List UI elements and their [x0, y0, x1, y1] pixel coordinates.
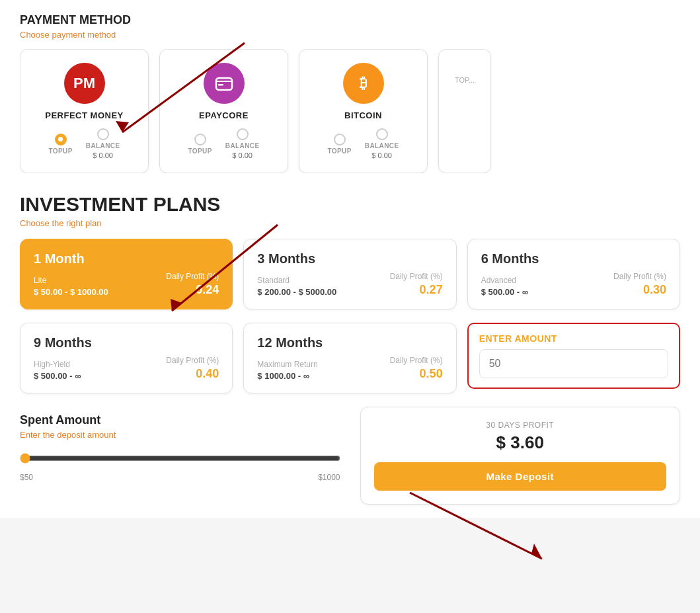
perfectmoney-options: TOPUP BALANCE $ 0.00 — [49, 128, 120, 159]
plan-name-9months: 9 Months — [34, 335, 219, 350]
plan-type-1month: Lite — [34, 276, 108, 285]
plans-grid-row1: 1 Month Lite $ 50.00 - $ 1000.00 Daily P… — [20, 239, 680, 309]
svg-rect-0 — [216, 78, 232, 90]
balance-label-pm: BALANCE — [86, 142, 120, 149]
epaycore-icon — [204, 63, 245, 104]
topup-radio-pm[interactable] — [55, 134, 67, 145]
plan-card-12months[interactable]: 12 Months Maximum Return $ 1000.00 - ∞ D… — [243, 323, 456, 393]
profit-value-6months: 0.30 — [613, 283, 666, 297]
balance-option-pm[interactable]: BALANCE $ 0.00 — [86, 128, 120, 159]
plan-range-6months: $ 500.00 - ∞ — [481, 287, 528, 297]
balance-label-ep: BALANCE — [225, 142, 260, 149]
balance-label-btc: BALANCE — [365, 142, 399, 149]
plan-profit-6months: Daily Profit (%) 0.30 — [613, 272, 666, 297]
profit-label-6months: Daily Profit (%) — [613, 272, 666, 281]
profit-label-12months: Daily Profit (%) — [390, 356, 443, 365]
bitcoin-options: TOPUP BALANCE $ 0.00 — [328, 128, 399, 159]
plan-range-3months: $ 200.00 - $ 5000.00 — [257, 287, 336, 297]
plan-profit-1month: Daily Profit (%) 0.24 — [166, 272, 219, 297]
bottom-section: Spent Amount Enter the deposit amount $5… — [20, 407, 680, 505]
perfectmoney-name: PERFECT MONEY — [45, 110, 123, 120]
payment-method-section: PAYMENT METHOD Choose payment method PM … — [20, 13, 680, 173]
balance-radio-ep[interactable] — [237, 128, 249, 140]
topup-radio-btc[interactable] — [334, 134, 346, 145]
plan-name-12months: 12 Months — [257, 335, 442, 350]
topup-radio-ep[interactable] — [194, 134, 206, 145]
plan-type-9months: High-Yield — [34, 360, 81, 369]
plan-profit-3months: Daily Profit (%) 0.27 — [390, 272, 443, 297]
investment-section: INVESTMENT PLANS Choose the right plan 1… — [20, 193, 680, 505]
plan-meta-12months: Maximum Return $ 1000.00 - ∞ Daily Profi… — [257, 356, 442, 381]
plan-meta-1month: Lite $ 50.00 - $ 1000.00 Daily Profit (%… — [34, 272, 219, 297]
perfectmoney-icon: PM — [64, 63, 105, 104]
epaycore-name: EPAYCORE — [199, 110, 249, 120]
topup-option-pm[interactable]: TOPUP — [49, 134, 73, 155]
plan-name-3months: 3 Months — [257, 251, 442, 266]
plan-type-3months: Standard — [257, 276, 336, 285]
range-min-label: $50 — [20, 473, 33, 482]
payment-card-epaycore[interactable]: EPAYCORE TOPUP BALANCE $ 0.00 — [159, 49, 288, 173]
plan-card-9months[interactable]: 9 Months High-Yield $ 500.00 - ∞ Daily P… — [20, 323, 233, 393]
spent-title: Spent Amount — [20, 413, 340, 427]
bitcoin-icon: ₿ — [343, 63, 384, 104]
epaycore-options: TOPUP BALANCE $ 0.00 — [188, 128, 260, 159]
plan-card-6months[interactable]: 6 Months Advanced $ 500.00 - ∞ Daily Pro… — [467, 239, 680, 309]
balance-radio-btc[interactable] — [376, 128, 388, 140]
profit-label-1month: Daily Profit (%) — [166, 272, 219, 281]
profit-amount: $ 3.60 — [374, 432, 667, 453]
amount-slider[interactable] — [20, 453, 340, 464]
plan-card-1month[interactable]: 1 Month Lite $ 50.00 - $ 1000.00 Daily P… — [20, 239, 233, 309]
plan-type-6months: Advanced — [481, 276, 528, 285]
payment-methods-list: PM PERFECT MONEY TOPUP BALANCE $ 0.00 — [20, 49, 680, 173]
enter-amount-title: ENTER AMOUNT — [479, 333, 668, 344]
plan-name-1month: 1 Month — [34, 251, 219, 266]
balance-radio-pm[interactable] — [97, 128, 109, 140]
balance-value-ep: $ 0.00 — [232, 151, 253, 159]
investment-section-subtitle: Choose the right plan — [20, 218, 680, 228]
plan-profit-9months: Daily Profit (%) 0.40 — [166, 356, 219, 381]
svg-rect-1 — [218, 84, 223, 86]
investment-section-title: INVESTMENT PLANS — [20, 193, 680, 216]
profit-value-3months: 0.27 — [390, 283, 443, 297]
payment-section-subtitle: Choose payment method — [20, 30, 680, 40]
payment-section-title: PAYMENT METHOD — [20, 13, 680, 27]
plan-card-3months[interactable]: 3 Months Standard $ 200.00 - $ 5000.00 D… — [243, 239, 456, 309]
plan-meta-6months: Advanced $ 500.00 - ∞ Daily Profit (%) 0… — [481, 272, 666, 297]
balance-option-btc[interactable]: BALANCE $ 0.00 — [365, 128, 399, 159]
payment-card-bitcoin[interactable]: ₿ BITCOIN TOPUP BALANCE $ 0.00 — [299, 49, 428, 173]
payment-card-4[interactable]: TOP... — [438, 49, 491, 173]
profit-days-label: 30 DAYS PROFIT — [374, 421, 667, 430]
profit-value-1month: 0.24 — [166, 283, 219, 297]
profit-value-9months: 0.40 — [166, 367, 219, 381]
topup-option-ep[interactable]: TOPUP — [188, 134, 212, 155]
plan-profit-12months: Daily Profit (%) 0.50 — [390, 356, 443, 381]
range-container — [20, 453, 340, 466]
plan-meta-9months: High-Yield $ 500.00 - ∞ Daily Profit (%)… — [34, 356, 219, 381]
plan-name-6months: 6 Months — [481, 251, 666, 266]
profit-label-9months: Daily Profit (%) — [166, 356, 219, 365]
payment-card-perfectmoney[interactable]: PM PERFECT MONEY TOPUP BALANCE $ 0.00 — [20, 49, 149, 173]
plan-meta-3months: Standard $ 200.00 - $ 5000.00 Daily Prof… — [257, 272, 442, 297]
make-deposit-button[interactable]: Make Deposit — [374, 462, 667, 491]
plan-type-12months: Maximum Return — [257, 360, 317, 369]
balance-option-ep[interactable]: BALANCE $ 0.00 — [225, 128, 260, 159]
bitcoin-name: BITCOIN — [344, 110, 382, 120]
profit-section: 30 DAYS PROFIT $ 3.60 Make Deposit — [360, 407, 681, 505]
amount-input[interactable] — [479, 349, 668, 378]
topup-option-btc[interactable]: TOPUP — [328, 134, 352, 155]
plan-range-12months: $ 1000.00 - ∞ — [257, 371, 317, 381]
plan-range-1month: $ 50.00 - $ 1000.00 — [34, 287, 108, 297]
svg-marker-7 — [531, 544, 542, 559]
profit-label-3months: Daily Profit (%) — [390, 272, 443, 281]
balance-value-btc: $ 0.00 — [371, 151, 392, 159]
balance-value-pm: $ 0.00 — [93, 151, 113, 159]
enter-amount-section: ENTER AMOUNT — [467, 323, 680, 389]
enter-amount-col: ENTER AMOUNT — [467, 323, 680, 393]
plans-grid-row2: 9 Months High-Yield $ 500.00 - ∞ Daily P… — [20, 323, 680, 393]
profit-card: 30 DAYS PROFIT $ 3.60 Make Deposit — [360, 407, 681, 505]
topup-label-ep: TOPUP — [188, 147, 212, 155]
spent-amount-section: Spent Amount Enter the deposit amount $5… — [20, 407, 340, 505]
topup-label-btc: TOPUP — [328, 147, 352, 155]
payment-card-4-label: TOP... — [455, 63, 475, 84]
profit-value-12months: 0.50 — [390, 367, 443, 381]
